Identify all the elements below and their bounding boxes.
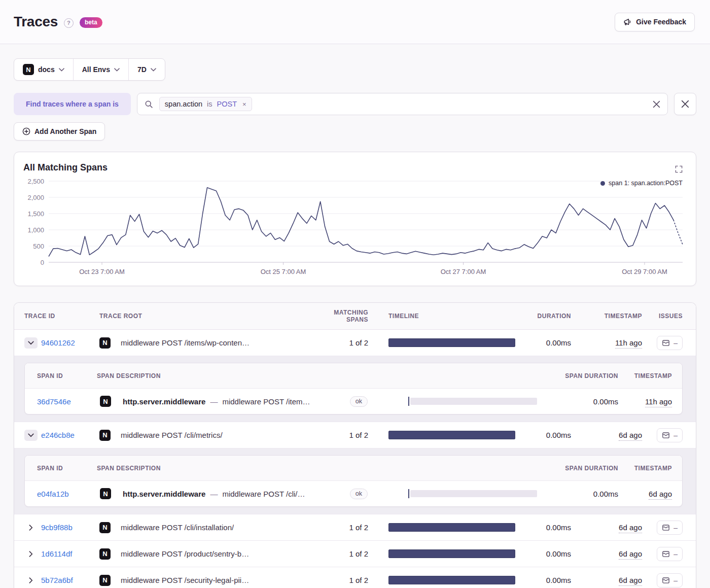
trace-root-label: middleware POST /items/wp-conten… — [121, 338, 250, 347]
span-timeline-bar[interactable] — [410, 490, 537, 497]
matching-spans-count: 1 of 2 — [312, 549, 368, 558]
col-trace-id: TRACE ID — [24, 313, 99, 320]
expand-toggle[interactable] — [24, 548, 38, 560]
issues-button[interactable]: – — [657, 573, 683, 587]
col-span-duration: SPAN DURATION — [517, 465, 618, 472]
fullscreen-icon[interactable] — [675, 165, 683, 173]
trace-id-link[interactable]: 1d6114df — [41, 549, 72, 558]
legend-dot — [600, 181, 605, 186]
svg-text:2,500: 2,500 — [27, 178, 44, 185]
matching-spans-count: 1 of 2 — [312, 576, 368, 584]
trace-row[interactable]: 9cb9f88b N middleware POST /cli/installa… — [14, 514, 696, 541]
issues-empty-dash: – — [673, 339, 678, 347]
expanded-spans-section: SPAN ID SPAN DESCRIPTION SPAN DURATION T… — [14, 356, 696, 422]
col-span-duration: SPAN DURATION — [517, 372, 618, 379]
help-icon[interactable]: ? — [64, 18, 74, 28]
timestamp-link[interactable]: 6d ago — [619, 523, 642, 533]
issues-button[interactable]: – — [657, 428, 683, 442]
trace-id-link[interactable]: 94601262 — [41, 338, 75, 347]
expand-toggle[interactable] — [24, 430, 38, 441]
clear-search-icon[interactable] — [653, 100, 660, 108]
chevron-down-icon — [29, 577, 33, 583]
give-feedback-button[interactable]: Give Feedback — [615, 13, 695, 31]
timeline-bar[interactable] — [388, 338, 515, 347]
issues-empty-dash: – — [673, 524, 678, 532]
span-row[interactable]: e04fa12b N http.server.middleware — midd… — [25, 481, 682, 506]
span-description: middleware POST /cli/… — [222, 490, 305, 498]
span-timeline-tick — [408, 397, 409, 406]
nextjs-project-icon: N — [99, 548, 111, 560]
chevron-down-icon — [151, 68, 156, 72]
span-row[interactable]: 36d7546e N http.server.middleware — midd… — [25, 389, 682, 414]
issues-button[interactable]: – — [657, 547, 683, 561]
add-another-span-button[interactable]: Add Another Span — [14, 122, 105, 141]
spans-sub-table: SPAN ID SPAN DESCRIPTION SPAN DURATION T… — [24, 363, 683, 414]
trace-row[interactable]: 94601262 N middleware POST /items/wp-con… — [14, 330, 696, 356]
chart-legend[interactable]: span 1: span.action:POST — [600, 180, 683, 187]
timestamp-link[interactable]: 11h ago — [615, 338, 642, 349]
matching-spans-chart-panel: All Matching Spans span 1: span.action:P… — [14, 152, 696, 286]
spans-sub-table-header: SPAN ID SPAN DESCRIPTION SPAN DURATION T… — [25, 363, 682, 389]
col-duration: DURATION — [518, 313, 571, 320]
plus-circle-icon — [22, 127, 30, 135]
beta-badge: beta — [80, 17, 102, 28]
span-timeline-bar[interactable] — [410, 398, 537, 405]
expand-toggle[interactable] — [24, 575, 38, 586]
nextjs-project-icon: N — [99, 522, 111, 533]
span-timeline-tick — [408, 489, 409, 498]
token-remove-icon[interactable]: × — [242, 100, 246, 108]
span-id-link[interactable]: e04fa12b — [37, 490, 97, 498]
col-span-description: SPAN DESCRIPTION — [97, 465, 370, 472]
svg-text:Oct 29 7:00 AM: Oct 29 7:00 AM — [622, 268, 667, 275]
matching-spans-count: 1 of 2 — [312, 523, 368, 532]
svg-text:Oct 27 7:00 AM: Oct 27 7:00 AM — [441, 268, 486, 275]
svg-text:2,000: 2,000 — [27, 194, 44, 201]
col-timestamp: TIMESTAMP — [571, 313, 642, 320]
span-id-link[interactable]: 36d7546e — [37, 397, 97, 406]
svg-text:500: 500 — [33, 243, 44, 250]
issue-box-icon — [662, 550, 670, 558]
nextjs-project-icon: N — [99, 575, 111, 586]
span-timestamp-link[interactable]: 11h ago — [645, 397, 672, 407]
search-filter-token[interactable]: span.action is POST × — [159, 97, 252, 111]
svg-text:1,000: 1,000 — [27, 226, 44, 234]
expand-toggle[interactable] — [24, 337, 38, 349]
trace-id-link[interactable]: e246cb8e — [41, 431, 75, 439]
trace-row[interactable]: e246cb8e N middleware POST /cli/metrics/… — [14, 422, 696, 448]
issue-box-icon — [662, 339, 670, 347]
project-filter[interactable]: N docs — [14, 59, 73, 80]
expand-toggle[interactable] — [24, 522, 38, 533]
nextjs-project-icon: N — [100, 488, 111, 499]
trace-id-link[interactable]: 9cb9f88b — [41, 523, 73, 532]
timeline-bar[interactable] — [388, 549, 515, 558]
page-title: Traces — [14, 14, 58, 30]
issues-button[interactable]: – — [657, 521, 683, 535]
nextjs-project-icon: N — [99, 337, 111, 349]
trace-root-label: middleware POST /product/sentry-b… — [121, 549, 249, 558]
remove-span-query-button[interactable] — [674, 93, 696, 115]
timeline-bar[interactable] — [388, 523, 515, 532]
issues-button[interactable]: – — [657, 336, 683, 350]
trace-row[interactable]: 5b72a6bf N middleware POST /security-leg… — [14, 567, 696, 588]
trace-id-link[interactable]: 5b72a6bf — [41, 576, 73, 584]
expanded-spans-section: SPAN ID SPAN DESCRIPTION SPAN DURATION T… — [14, 448, 696, 514]
nextjs-project-icon: N — [99, 430, 111, 441]
issue-box-icon — [662, 431, 670, 439]
timestamp-link[interactable]: 6d ago — [619, 576, 642, 586]
issues-empty-dash: – — [673, 576, 678, 584]
date-range-filter[interactable]: 7D — [128, 59, 165, 80]
spans-time-series-chart[interactable]: 05001,0001,5002,0002,500Oct 23 7:00 AMOc… — [23, 176, 685, 278]
span-status-badge: ok — [350, 396, 368, 407]
timeline-bar[interactable] — [388, 576, 515, 584]
megaphone-icon — [623, 18, 632, 26]
traces-table-header: TRACE ID TRACE ROOT MATCHING SPANS TIMEL… — [14, 303, 696, 330]
span-search-input[interactable]: span.action is POST × — [137, 93, 668, 115]
trace-duration: 0.00ms — [518, 576, 571, 584]
description-separator: — — [210, 397, 218, 406]
environment-filter[interactable]: All Envs — [73, 59, 128, 80]
trace-row[interactable]: 1d6114df N middleware POST /product/sent… — [14, 541, 696, 567]
timestamp-link[interactable]: 6d ago — [619, 549, 642, 560]
span-timestamp-link[interactable]: 6d ago — [649, 490, 672, 500]
timeline-bar[interactable] — [388, 431, 515, 439]
timestamp-link[interactable]: 6d ago — [619, 431, 642, 441]
